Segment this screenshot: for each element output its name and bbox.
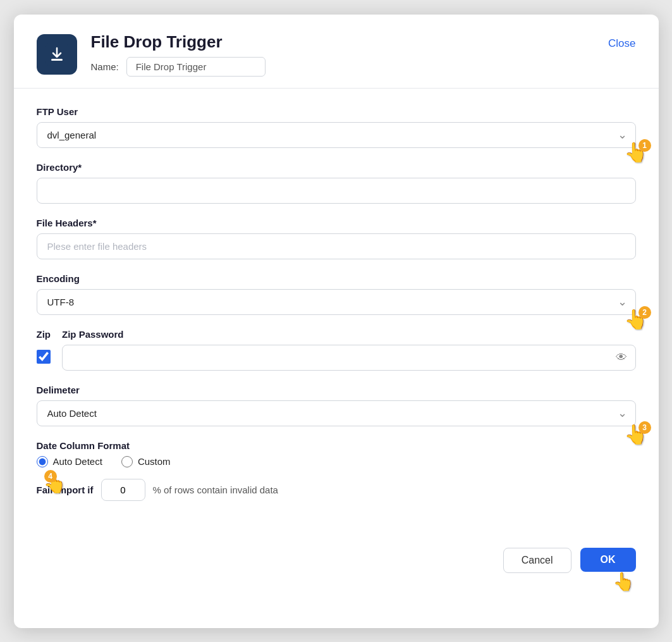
ok-button[interactable]: OK	[580, 548, 636, 572]
delimeter-dropdown-wrap: ⌄ 👆 3	[37, 400, 636, 426]
cursor-badge-1: 👆 1	[624, 143, 647, 162]
file-drop-trigger-dialog: File Drop Trigger Name: Close FTP User ⌄…	[14, 15, 659, 628]
file-headers-label: File Headers*	[37, 218, 636, 228]
encoding-dropdown-wrap: ⌄ 👆 2	[37, 289, 636, 315]
zip-checkbox-row	[37, 350, 51, 364]
zip-password-label: Zip Password	[62, 329, 636, 340]
encoding-group: Encoding ⌄ 👆 2	[37, 273, 636, 315]
radio-auto-detect-input[interactable]	[37, 456, 48, 467]
badge-2: 2	[638, 306, 651, 319]
file-headers-input[interactable]	[37, 233, 636, 259]
dialog-footer: Cancel OK 👆	[14, 536, 659, 591]
delimeter-group: Delimeter ⌄ 👆 3	[37, 385, 636, 426]
zip-password-input[interactable]	[62, 345, 636, 371]
zip-label: Zip	[37, 329, 51, 340]
cursor-badge-4: 👆 4	[43, 474, 66, 493]
radio-custom[interactable]: Custom	[121, 456, 171, 467]
zip-checkbox[interactable]	[37, 350, 51, 364]
radio-custom-label: Custom	[138, 456, 171, 467]
file-headers-group: File Headers*	[37, 218, 636, 259]
zip-group: Zip Zip Password 👁	[37, 329, 636, 371]
encoding-input[interactable]	[37, 289, 636, 315]
directory-group: Directory*	[37, 162, 636, 204]
show-password-icon[interactable]: 👁	[616, 351, 627, 364]
badge-3: 3	[638, 421, 651, 434]
ftp-user-dropdown-wrap: ⌄ 👆 1	[37, 122, 636, 148]
date-col-format-label: Date Column Format	[37, 440, 636, 451]
cancel-button[interactable]: Cancel	[503, 548, 571, 573]
radio-auto-detect-label: Auto Detect	[53, 456, 102, 467]
svg-rect-1	[51, 59, 63, 61]
cursor-badge-3: 👆 3	[624, 425, 647, 444]
cursor-ok-icon: 👆	[613, 571, 635, 592]
delimeter-input[interactable]	[37, 400, 636, 426]
dialog-body: FTP User ⌄ 👆 1 Directory* File Headers* …	[14, 89, 659, 530]
zip-password-group: Zip Password 👁	[62, 329, 636, 371]
radio-row: Auto Detect Custom 👆 4	[37, 456, 636, 467]
dialog-icon	[37, 34, 77, 75]
radio-auto-detect[interactable]: Auto Detect	[37, 456, 102, 467]
delimeter-label: Delimeter	[37, 385, 636, 395]
close-button[interactable]: Close	[608, 37, 635, 50]
encoding-label: Encoding	[37, 273, 636, 284]
name-label: Name:	[91, 61, 119, 72]
fail-import-suffix: % of rows contain invalid data	[153, 485, 278, 495]
header-title-area: File Drop Trigger Name:	[91, 32, 266, 77]
dialog-title: File Drop Trigger	[91, 32, 266, 52]
directory-label: Directory*	[37, 162, 636, 173]
badge-4: 4	[44, 470, 57, 483]
zip-label-group: Zip	[37, 329, 51, 364]
name-row: Name:	[91, 57, 266, 77]
date-col-format-group: Date Column Format Auto Detect Custom 👆 …	[37, 440, 636, 501]
badge-1: 1	[638, 139, 651, 152]
ftp-user-label: FTP User	[37, 106, 636, 117]
ftp-user-group: FTP User ⌄ 👆 1	[37, 106, 636, 148]
cursor-badge-2: 👆 2	[624, 310, 647, 329]
dialog-header: File Drop Trigger Name: Close	[14, 15, 659, 89]
fail-import-row: Fail import if % of rows contain invalid…	[37, 479, 636, 501]
radio-custom-input[interactable]	[121, 456, 133, 467]
directory-input[interactable]	[37, 178, 636, 204]
ftp-user-input[interactable]	[37, 122, 636, 148]
name-input[interactable]	[126, 57, 266, 77]
fail-import-input[interactable]	[101, 479, 145, 501]
zip-password-wrap: 👁	[62, 345, 636, 371]
